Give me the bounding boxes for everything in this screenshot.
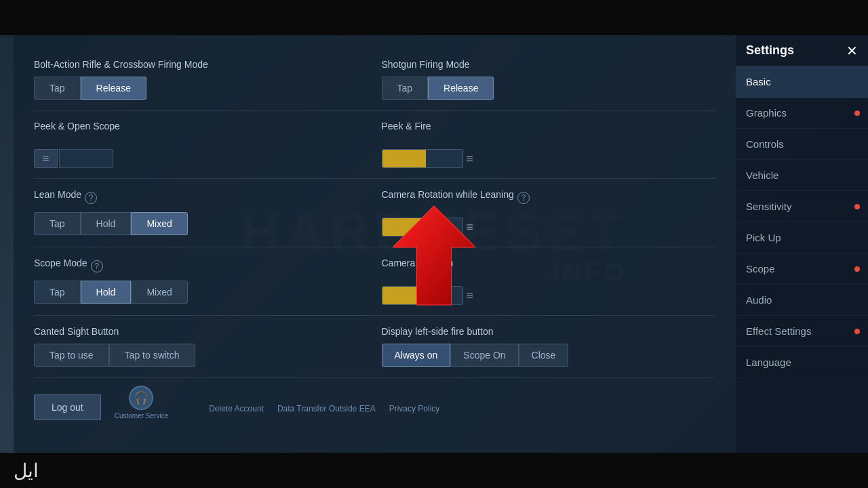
canted-sight-label: Canted Sight Button [34,326,368,337]
camera-lean-group: Camera Rotation while Leaning ? ≡ [382,189,716,237]
camera-lean-help[interactable]: ? [517,192,530,204]
peek-scope-group: Peek & Open Scope ≡ [34,121,368,168]
scope-section: Scope Mode ? Tap Hold Mixed Camera Rotat… [34,247,715,316]
sidebar-title: Settings [746,43,794,58]
always-on-button[interactable]: Always on [382,344,451,367]
bolt-action-buttons: Tap Release [34,77,368,100]
peek-fire-label: Peek & Fire [382,121,431,131]
scope-on-button[interactable]: Scope On [450,344,518,367]
lean-mode-help[interactable]: ? [85,192,97,204]
settings-content: Bolt-Action Rifle & Crossbow Firing Mode… [14,35,736,453]
sidebar-item-vehicle[interactable]: Vehicle [736,160,868,191]
camera-lean-slider[interactable]: ≡ [382,218,716,237]
peek-fire-icon: ≡ [467,152,474,166]
scope-mode-help[interactable]: ? [91,260,103,272]
firing-modes-section: Bolt-Action Rifle & Crossbow Firing Mode… [34,49,715,110]
lean-mode-buttons: Tap Hold Mixed [34,212,368,235]
camera-lean-icon: ≡ [467,220,474,235]
scope-mode-buttons: Tap Hold Mixed [34,281,368,304]
bolt-release-button[interactable]: Release [81,77,146,100]
sidebar-header: Settings ✕ [736,35,868,66]
close-button[interactable]: Close [519,344,569,367]
camera-lean-dark [422,218,462,236]
lean-mode-group: Lean Mode ? Tap Hold Mixed [34,189,368,237]
peek-scope-right [59,149,113,168]
bolt-action-label: Bolt-Action Rifle & Crossbow Firing Mode [34,59,368,70]
main-container: ایل HARDRESET .INFO Bolt-Action Rifle & … [0,0,868,488]
peek-scope-left: ≡ [34,149,58,168]
peek-fire-track [382,149,463,168]
display-fire-group: Display left-side fire button Always on … [382,326,716,367]
scope-mode-group: Scope Mode ? Tap Hold Mixed [34,258,368,305]
privacy-policy-link[interactable]: Privacy Policy [389,404,440,413]
camera-rotation-dark [420,287,462,304]
scope-hold-button[interactable]: Hold [81,281,132,304]
camera-rotation-fill [382,287,421,304]
customer-service-button[interactable]: 🎧 Customer Service [115,386,168,420]
lean-tap-button[interactable]: Tap [34,212,81,235]
footer-area: Log out 🎧 Customer Service Delete Accoun… [34,378,715,420]
sidebar-item-language[interactable]: Language [736,347,868,378]
arabic-watermark: ایل [14,460,39,482]
canted-fire-section: Canted Sight Button Tap to use Tap to sw… [34,316,715,378]
camera-lean-label: Camera Rotation while Leaning [382,189,514,200]
customer-service-icon: 🎧 [129,386,153,410]
camera-rotation-slider[interactable]: ≡ [382,286,716,305]
close-settings-button[interactable]: ✕ [846,44,858,58]
lean-mixed-button[interactable]: Mixed [131,212,187,235]
top-bar [0,0,868,35]
camera-lean-track [382,218,463,237]
peek-section: Peek & Open Scope ≡ Peek & Fire ≡ [34,110,715,179]
sidebar-item-graphics[interactable]: Graphics [736,98,868,129]
sidebar-item-pickup[interactable]: Pick Up [736,222,868,253]
lean-hold-button[interactable]: Hold [81,212,132,235]
sidebar-item-sensitivity[interactable]: Sensitivity [736,191,868,222]
camera-rotation-group: Camera Rotation ≡ [382,258,716,305]
delete-account-link[interactable]: Delete Account [209,404,264,413]
shotgun-buttons: Tap Release [382,77,716,100]
canted-sight-buttons: Tap to use Tap to switch [34,344,368,367]
sidebar-item-basic[interactable]: Basic [736,66,868,98]
bottom-bar: ایل [0,453,868,488]
scope-mode-label: Scope Mode [34,258,87,268]
camera-lean-fill [382,218,422,236]
display-fire-buttons: Always on Scope On Close [382,344,716,367]
canted-tap-use-button[interactable]: Tap to use [34,344,109,367]
sidebar-item-audio[interactable]: Audio [736,285,868,316]
logout-button[interactable]: Log out [34,394,101,420]
display-fire-label: Display left-side fire button [382,326,716,337]
scope-mixed-button[interactable]: Mixed [131,281,187,304]
camera-rotation-label: Camera Rotation [382,258,454,268]
peek-fire-group: Peek & Fire ≡ [382,121,716,168]
canted-sight-group: Canted Sight Button Tap to use Tap to sw… [34,326,368,367]
bolt-action-group: Bolt-Action Rifle & Crossbow Firing Mode… [34,59,368,100]
shotgun-release-button[interactable]: Release [428,77,494,100]
camera-rotation-icon: ≡ [467,289,474,303]
data-transfer-link[interactable]: Data Transfer Outside EEA [277,404,376,413]
camera-rotation-track [382,286,463,305]
bolt-tap-button[interactable]: Tap [34,77,81,100]
peek-fire-dark [426,150,462,167]
peek-fire-fill [382,150,427,167]
peek-scope-label: Peek & Open Scope [34,121,120,131]
peek-fire-slider[interactable]: ≡ [382,149,716,168]
footer-links: Delete Account Data Transfer Outside EEA… [209,404,439,413]
peek-scope-slider[interactable]: ≡ [34,149,368,168]
sidebar-item-effect[interactable]: Effect Settings [736,316,868,347]
settings-sidebar: Settings ✕ Basic Graphics Controls Vehic… [736,35,868,453]
customer-service-label: Customer Service [115,412,168,420]
scope-tap-button[interactable]: Tap [34,281,81,304]
shotgun-group: Shotgun Firing Mode Tap Release [382,59,716,100]
shotgun-tap-button[interactable]: Tap [382,77,429,100]
lean-section: Lean Mode ? Tap Hold Mixed Camera Rotati… [34,179,715,247]
sidebar-item-scope[interactable]: Scope [736,253,868,285]
sidebar-item-controls[interactable]: Controls [736,129,868,160]
canted-tap-switch-button[interactable]: Tap to switch [109,344,195,367]
shotgun-label: Shotgun Firing Mode [382,59,716,70]
lean-mode-label: Lean Mode [34,189,81,200]
